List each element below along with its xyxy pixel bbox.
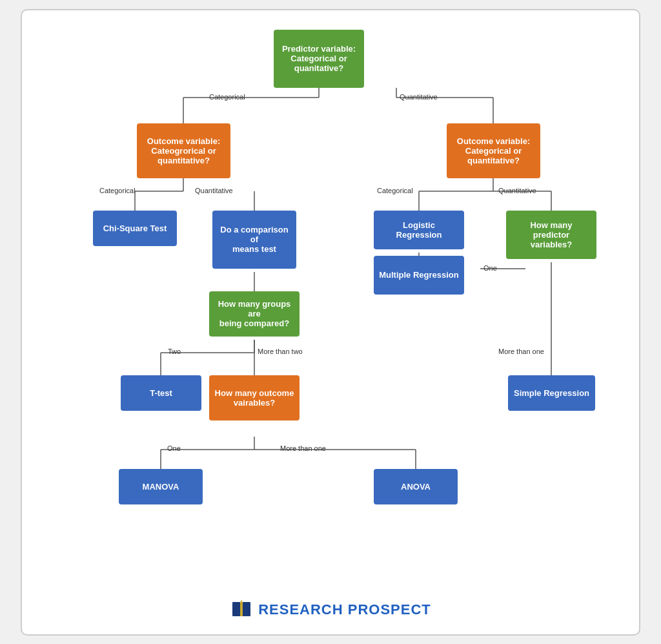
label-two: Two: [168, 348, 181, 355]
label-categorical-left: Categorical: [209, 93, 245, 101]
label-more-than-one-anova: More than one: [280, 444, 326, 452]
label-quantitative-comp: Quantitative: [195, 187, 233, 194]
label-more-than-two: More than two: [258, 348, 303, 355]
node-chi-square: Chi-Square Test: [93, 211, 177, 246]
node-outcome-left: Outcome variable:Cateogrorical orquantit…: [137, 123, 230, 178]
logo-brand: RESEARCH: [258, 601, 348, 618]
svg-rect-31: [242, 602, 250, 616]
node-how-many-groups: How many groups arebeing compared?: [209, 291, 300, 337]
svg-rect-32: [240, 602, 243, 616]
research-prospect-icon: [230, 598, 253, 621]
node-manova: MANOVA: [119, 469, 203, 504]
logo-text: RESEARCH PROSPECT: [258, 601, 431, 618]
label-one-manova: One: [167, 444, 181, 452]
svg-marker-33: [240, 599, 243, 603]
node-simple-regression: Simple Regression: [508, 375, 595, 411]
node-predictor: Predictor variable:Categorical orquanita…: [274, 30, 364, 88]
logo-area: RESEARCH PROSPECT: [35, 598, 626, 621]
chart-container: Categorical Quantitative Categorical Qua…: [21, 9, 640, 636]
node-anova: ANOVA: [374, 469, 458, 504]
node-comparison: Do a comparison ofmeans test: [212, 211, 296, 269]
flowchart: Categorical Quantitative Categorical Qua…: [35, 23, 626, 592]
connector-layer: [35, 23, 626, 592]
label-quantitative-right: Quantitative: [400, 93, 438, 101]
label-one-regression: One: [483, 264, 497, 272]
node-outcome-right: Outcome variable:Categorical orquantitat…: [447, 123, 540, 178]
node-t-test: T-test: [121, 375, 201, 411]
node-how-many-predictors: How many predictorvariables?: [506, 211, 596, 259]
label-more-than-one: More than one: [498, 348, 544, 355]
logo-highlight: PROSPECT: [348, 601, 431, 618]
label-categorical-chi: Categorical: [99, 187, 136, 194]
node-multiple-regression: Multiple Regression: [374, 256, 464, 295]
node-logistic-regression: Logistic Regression: [374, 211, 464, 249]
node-how-many-outcomes: How many outcomevairables?: [209, 375, 300, 421]
label-categorical-log: Categorical: [377, 187, 413, 194]
label-quantitative-pred: Quantitative: [498, 187, 536, 194]
svg-rect-30: [232, 602, 241, 616]
